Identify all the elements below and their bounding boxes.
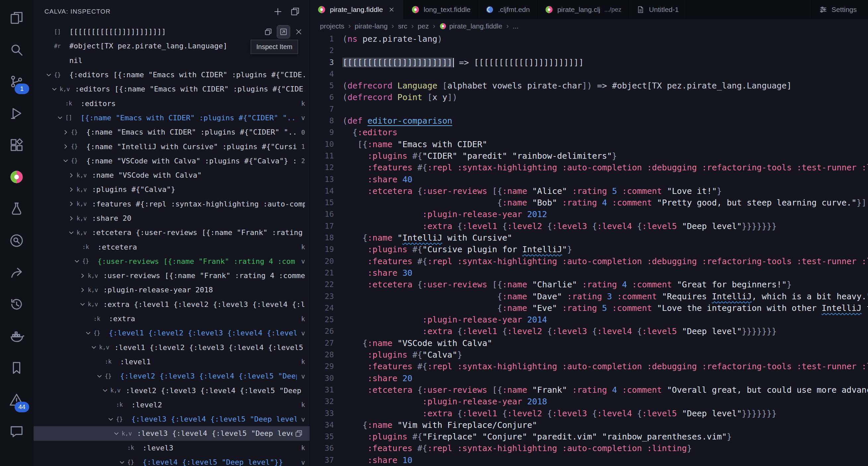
tab-long-text-fiddle[interactable]: long_text.fiddle: [404, 0, 478, 19]
breadcrumb-item[interactable]: projects: [320, 22, 344, 30]
breadcrumb-item[interactable]: src: [398, 22, 407, 30]
inspector-row[interactable]: k,v:plugins #{"Calva"}: [33, 182, 310, 196]
code-line[interactable]: 7: [310, 103, 868, 115]
activity-comments-button[interactable]: [0, 416, 33, 448]
code-line[interactable]: 30 :share 20: [310, 373, 868, 384]
breadcrumb-item[interactable]: pirate-lang: [355, 22, 388, 30]
code-line[interactable]: 27 {:name "VSCode with Calva": [310, 337, 868, 349]
code-line[interactable]: 24 {:name "Eve" :rating 5 :comment "Love…: [310, 302, 868, 314]
activity-warnings-button[interactable]: 44: [0, 384, 33, 416]
tab-pirate-lang-clj[interactable]: pirate_lang.clj.../pez: [537, 0, 629, 19]
code-line[interactable]: 23 {:name "Dave" :rating 3 :comment "Req…: [310, 291, 868, 302]
copy-icon[interactable]: [292, 427, 305, 440]
breadcrumb-item[interactable]: pirate_lang.fiddle: [439, 22, 502, 30]
inspector-row[interactable]: k,v:features #{:repl :syntax-highlightin…: [33, 197, 310, 211]
code-line[interactable]: 9 {:editors: [310, 127, 868, 138]
chevron-right-icon[interactable]: [66, 214, 76, 222]
inspector-row[interactable]: {}{:name "IntelliJ with Cursive" :plugin…: [33, 139, 310, 153]
inspector-row[interactable]: {}{:level3 {:level4 {:level5 "Deep level…: [33, 412, 310, 426]
code-line[interactable]: 26 :extra {:level1 {:level2 {:level3 {:l…: [310, 325, 868, 337]
code-line[interactable]: 28 :plugins #{"Calva"}: [310, 349, 868, 361]
code-line[interactable]: 21 :share 30: [310, 267, 868, 279]
chevron-down-icon[interactable]: [60, 157, 71, 165]
inspector-row[interactable]: k,v:level3 {:level4 {:level5 "Deep level…: [33, 426, 310, 440]
code-line[interactable]: 4: [310, 68, 868, 80]
inspector-row[interactable]: [][[[[[[[[[[[]]]]]]]]]]]: [33, 25, 310, 39]
chevron-right-icon[interactable]: [60, 128, 71, 136]
chevron-down-icon[interactable]: [105, 415, 116, 423]
activity-calva-button[interactable]: [0, 162, 33, 193]
inspector-row[interactable]: :k:etceterak: [33, 240, 310, 254]
inspector-row[interactable]: :k:editorsk: [33, 96, 310, 111]
code-line[interactable]: 22 :etcetera {:user-reviews [{:name "Cha…: [310, 279, 868, 290]
chevron-right-icon[interactable]: [66, 172, 76, 179]
code-line[interactable]: 32 :plugin-release-year 2018: [310, 396, 868, 407]
chevron-down-icon[interactable]: [77, 300, 88, 308]
activity-extensions-button[interactable]: [0, 130, 33, 162]
code-line[interactable]: 34 {:name "Vim with Fireplace/Conjure": [310, 419, 868, 431]
inspector-row[interactable]: [][{:name "Emacs with CIDER" :plugins #{…: [33, 111, 310, 125]
activity-run-debug-button[interactable]: [0, 98, 33, 130]
chevron-down-icon[interactable]: [83, 329, 93, 337]
code-line[interactable]: 15 {:name "Bob" :rating 4 :comment "Pret…: [310, 197, 868, 209]
inspector-row[interactable]: {}{:level4 {:level5 "Deep level"}}v: [33, 455, 310, 466]
inspector-row[interactable]: nil: [33, 53, 310, 68]
code-line[interactable]: 25 :plugin-release-year 2014: [310, 314, 868, 325]
chevron-down-icon[interactable]: [100, 386, 111, 395]
code-line[interactable]: 8(def editor-comparison: [310, 115, 868, 127]
chevron-down-icon[interactable]: [111, 430, 122, 437]
close-icon[interactable]: [387, 5, 396, 14]
add-item-icon[interactable]: [271, 4, 285, 19]
inspector-row[interactable]: {}{:level1 {:level2 {:level3 {:level4 {:…: [33, 326, 310, 340]
chevron-right-icon[interactable]: [66, 200, 76, 208]
inspector-row[interactable]: k,v:extra {:level1 {:level2 {:level3 {:l…: [33, 297, 310, 312]
chevron-down-icon[interactable]: [55, 114, 65, 122]
code-line[interactable]: 37 :share 10: [310, 455, 868, 466]
inspector-row[interactable]: k,v:level1 {:level2 {:level3 {:level4 {:…: [33, 340, 310, 354]
code-line[interactable]: 12 :features #{:repl :syntax-highlightin…: [310, 162, 868, 173]
chevron-down-icon[interactable]: [72, 257, 82, 265]
code-line[interactable]: 6(defrecord Point [x y]): [310, 91, 868, 103]
code-line[interactable]: 16 :plugin-release-year 2012: [310, 209, 868, 220]
code-line[interactable]: 10 [{:name "Emacs with CIDER": [310, 138, 868, 150]
code-line[interactable]: 36 :features #{:repl :syntax-highlightin…: [310, 442, 868, 454]
inspector-row[interactable]: k,v:user-reviews [{:name "Frank" :rating…: [33, 269, 310, 283]
code-line[interactable]: 19 :plugins #{"Cursive plugin for Intell…: [310, 244, 868, 255]
chevron-right-icon[interactable]: [60, 143, 71, 151]
activity-docker-button[interactable]: [0, 321, 33, 353]
activity-testing-button[interactable]: [0, 193, 33, 225]
code-line[interactable]: 13 :share 40: [310, 174, 868, 185]
breadcrumb-item[interactable]: pez: [418, 22, 429, 30]
code-line[interactable]: 3[[[[[[[[[[[]]]]]]]]]]] => [[[[[[[[[[[]]…: [310, 57, 868, 68]
chevron-right-icon[interactable]: [66, 186, 76, 193]
tab-untitled-1[interactable]: Untitled-1: [629, 0, 686, 19]
open-in-editor-icon[interactable]: [288, 4, 302, 19]
chevron-down-icon[interactable]: [49, 85, 60, 93]
inspector-row[interactable]: k,v:plugin-release-year 2018: [33, 283, 310, 297]
code-line[interactable]: 18 {:name "IntelliJ with Cursive": [310, 232, 868, 244]
code-line[interactable]: 11 :plugins #{"CIDER" "paredit" "rainbow…: [310, 150, 868, 162]
chevron-right-icon[interactable]: [77, 272, 88, 280]
chevron-down-icon[interactable]: [66, 229, 76, 237]
inspector-row[interactable]: k,v:etcetera {:user-reviews [{:name "Fra…: [33, 225, 310, 240]
code-line[interactable]: 14 :etcetera {:user-reviews [{:name "Ali…: [310, 185, 868, 197]
code-editor[interactable]: 1(ns pez.pirate-lang)23[[[[[[[[[[[]]]]]]…: [310, 33, 868, 466]
copy-icon[interactable]: [262, 26, 275, 38]
breadcrumb-item[interactable]: ...: [513, 22, 519, 30]
inspector-row[interactable]: {}{:editors [{:name "Emacs with CIDER" :…: [33, 68, 310, 82]
code-line[interactable]: 1(ns pez.pirate-lang): [310, 33, 868, 45]
chevron-down-icon[interactable]: [117, 458, 127, 466]
inspector-row[interactable]: :k:extrak: [33, 312, 310, 326]
chevron-down-icon[interactable]: [43, 71, 54, 79]
inspector-row[interactable]: {}{:name "VSCode with Calva" :plugins #{…: [33, 154, 310, 168]
inspector-row[interactable]: k,v:level2 {:level3 {:level4 {:level5 "D…: [33, 383, 310, 397]
inspector-row[interactable]: {}{:level2 {:level3 {:level4 {:level5 "D…: [33, 369, 310, 383]
code-line[interactable]: 17 :extra {:level1 {:level2 {:level3 {:l…: [310, 220, 868, 232]
inspector-row[interactable]: :k:level2k: [33, 398, 310, 412]
activity-history-button[interactable]: [0, 289, 33, 321]
tab-settings[interactable]: Settings: [811, 0, 868, 19]
inspector-row[interactable]: k,v:name "VSCode with Calva": [33, 168, 310, 182]
inspect-icon[interactable]: [277, 26, 290, 38]
inspector-row[interactable]: :k:level1k: [33, 354, 310, 369]
code-line[interactable]: 5(defrecord Language [alphabet vowels pi…: [310, 80, 868, 91]
